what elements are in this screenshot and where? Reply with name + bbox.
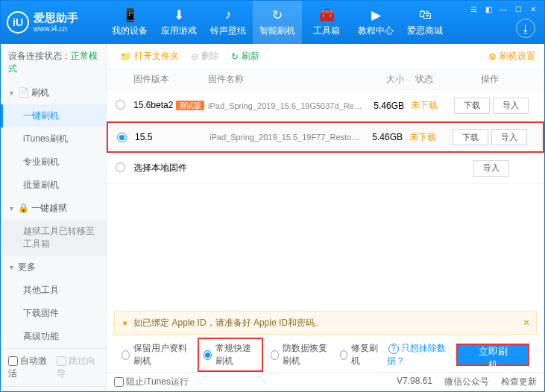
wc-min-icon[interactable]: —: [497, 4, 510, 14]
nav-icon: ↻: [272, 7, 283, 22]
download-button[interactable]: 下载: [453, 129, 488, 145]
side-sub-2-2[interactable]: 高级功能: [1, 325, 106, 348]
appleid-notice: ● 如已绑定 Apple ID，请准备好 Apple ID和密码。 ✕: [114, 311, 537, 335]
opt-radio: [271, 350, 279, 360]
refresh-button[interactable]: ↻刷新: [227, 50, 264, 63]
firmware-row[interactable]: 15.5iPad_Spring_2019_15.5_19F77_Restore.…: [107, 121, 544, 153]
side-sub-0-3[interactable]: 批量刷机: [1, 174, 106, 197]
side-sub-0-1[interactable]: iTunes刷机: [1, 127, 106, 151]
gear-icon: ⚙: [488, 51, 497, 62]
nav-icon: 🛍: [419, 7, 432, 22]
warn-icon: ●: [122, 317, 127, 328]
side-sub-2-0[interactable]: 其他工具: [1, 279, 106, 302]
nav-icon: ▶: [371, 7, 381, 22]
main-panel: 📁打开文件夹 ⊖删除 ↻刷新 ⚙刷机设置 固件版本 固件名称 大小 状态 操作 …: [107, 44, 544, 391]
nav-3[interactable]: ↻智能刷机: [253, 1, 302, 44]
window-controls: ☰ ◧ — ☐ ✕: [467, 4, 540, 14]
side-sub-1-0[interactable]: 越狱工具已转移至 工具箱: [1, 220, 106, 256]
flash-now-button[interactable]: 立即刷机: [456, 344, 529, 366]
nav-6[interactable]: 🛍爱思商城: [400, 1, 450, 44]
import-button[interactable]: 导入: [491, 129, 527, 145]
chevron-down-icon: ▾: [10, 89, 13, 97]
chevron-down-icon: ▾: [10, 204, 13, 212]
logo-icon: iU: [7, 11, 29, 34]
side-group-0[interactable]: ▾📄 刷机: [1, 81, 106, 104]
skip-setup-check[interactable]: 跳过向导: [57, 355, 99, 380]
flash-opt-3[interactable]: 修复刷机: [340, 342, 379, 367]
wc-th-icon[interactable]: ◧: [482, 4, 495, 14]
table-header: 固件版本 固件名称 大小 状态 操作: [107, 69, 544, 90]
download-button[interactable]: 下载: [454, 98, 490, 114]
row-radio[interactable]: [117, 133, 127, 142]
side-group-2[interactable]: ▾更多: [1, 256, 106, 279]
brand-name: 爱思助手: [34, 11, 78, 25]
titlebar: iU 爱思助手 www.i4.cn 📱我的设备⬇应用游戏♪铃声壁纸↻智能刷机🧰工…: [1, 1, 544, 44]
statusbar: 阻止iTunes运行 V7.98.61 微信公众号 检查更新: [107, 372, 544, 391]
side-group-1[interactable]: ▾🔒 一键越狱: [1, 197, 106, 220]
device-card[interactable]: ▦iPad Air 364GB iPad: [1, 386, 106, 392]
device-status: 设备连接状态：正常模式: [1, 44, 106, 81]
side-sub-2-1[interactable]: 下载固件: [1, 302, 106, 325]
nav-icon: 📱: [122, 7, 138, 22]
row-radio[interactable]: [116, 100, 125, 110]
open-folder-button[interactable]: 📁打开文件夹: [116, 50, 183, 63]
sidebar-options: 自动激活 跳过向导: [1, 348, 106, 386]
nav-5[interactable]: ▶教程中心: [351, 1, 400, 44]
nav-4[interactable]: 🧰工具箱: [302, 1, 351, 44]
download-mgr-icon[interactable]: ⭳: [516, 19, 535, 38]
version-label: V7.98.61: [397, 376, 432, 388]
opt-radio: [204, 350, 212, 360]
side-sub-0-2[interactable]: 专业刷机: [1, 151, 106, 174]
refresh-icon: ↻: [231, 51, 239, 62]
wc-max-icon[interactable]: ☐: [511, 4, 525, 14]
toolbar: 📁打开文件夹 ⊖删除 ↻刷新 ⚙刷机设置: [107, 44, 544, 69]
chevron-down-icon: ▾: [10, 263, 13, 271]
help-icon[interactable]: ?: [388, 344, 399, 354]
nav-1[interactable]: ⬇应用游戏: [154, 1, 204, 44]
folder-icon: 📁: [120, 51, 131, 62]
opt-radio: [340, 350, 348, 360]
flash-opt-2[interactable]: 防数据恢复刷机: [271, 342, 332, 367]
delete-icon: ⊖: [191, 51, 198, 62]
flash-settings-button[interactable]: ⚙刷机设置: [488, 50, 535, 63]
flash-mode-options: 保留用户资料刷机常规快速刷机防数据恢复刷机修复刷机? 只想抹除数据？立即刷机: [108, 338, 543, 372]
nav-icon: 🧰: [319, 7, 335, 22]
flash-opt-1[interactable]: 常规快速刷机: [198, 338, 264, 372]
nav-icon: ♪: [225, 7, 232, 22]
wc-menu-icon[interactable]: ☰: [467, 4, 480, 14]
auto-activate-check[interactable]: 自动激活: [8, 355, 51, 380]
delete-button: ⊖删除: [186, 50, 224, 63]
sidebar: 设备连接状态：正常模式 ▾📄 刷机一键刷机iTunes刷机专业刷机批量刷机▾🔒 …: [1, 44, 107, 391]
app-logo: iU 爱思助手 www.i4.cn: [7, 11, 105, 34]
local-firmware-row[interactable]: 选择本地固件导入: [107, 153, 544, 184]
close-notice-icon[interactable]: ✕: [523, 317, 530, 328]
import-button[interactable]: 导入: [473, 160, 509, 177]
nav-0[interactable]: 📱我的设备: [105, 1, 154, 44]
wechat-link[interactable]: 微信公众号: [444, 376, 489, 388]
check-update-link[interactable]: 检查更新: [501, 376, 537, 388]
block-itunes-check[interactable]: 阻止iTunes运行: [114, 376, 189, 388]
import-button[interactable]: 导入: [493, 98, 529, 114]
nav-2[interactable]: ♪铃声壁纸: [204, 1, 253, 44]
wc-close-icon[interactable]: ✕: [526, 4, 540, 14]
flash-opt-0[interactable]: 保留用户资料刷机: [122, 342, 190, 367]
row-radio[interactable]: [116, 162, 125, 172]
side-sub-0-0[interactable]: 一键刷机: [1, 104, 106, 127]
nav-icon: ⬇: [174, 7, 184, 22]
firmware-row[interactable]: 15.6beta2测试版iPad_Spring_2019_15.6_19G503…: [107, 90, 544, 121]
opt-radio: [122, 350, 130, 360]
brand-url: www.i4.cn: [34, 25, 78, 34]
